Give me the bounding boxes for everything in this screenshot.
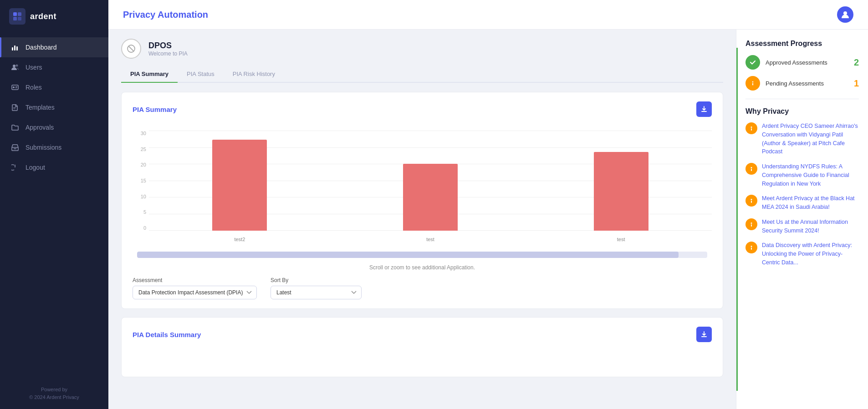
svg-rect-20 (701, 111, 707, 112)
svg-rect-0 (13, 12, 17, 16)
logo-text: ardent (30, 12, 56, 21)
user-avatar[interactable] (837, 6, 853, 23)
svg-point-24 (751, 126, 752, 128)
news-icon-5 (745, 242, 757, 253)
news-icon-3 (745, 195, 757, 207)
svg-rect-27 (751, 169, 752, 171)
svg-rect-14 (13, 109, 15, 109)
bar-group-test2 (158, 140, 322, 231)
tab-pia-status[interactable]: PIA Status (178, 66, 224, 82)
sidebar-item-label-submissions: Submissions (26, 144, 61, 151)
approved-assessment-item: Approved Assessments 2 (745, 55, 859, 70)
approved-label: Approved Assessments (766, 59, 848, 66)
news-link-5[interactable]: Data Discovery with Ardent Privacy: Unlo… (762, 241, 859, 267)
svg-rect-33 (751, 247, 752, 250)
power-icon (11, 163, 19, 172)
users-icon (11, 63, 19, 71)
sidebar: ardent Dashboard Users (0, 0, 108, 409)
pia-summary-download-button[interactable] (696, 101, 712, 117)
approved-count: 2 (854, 57, 859, 68)
svg-point-28 (751, 199, 752, 200)
news-item-4: Meet Us at the Annual Information Securi… (745, 218, 859, 235)
news-item-2: Understanding NYDFS Rules: A Comprehensi… (745, 162, 859, 188)
sidebar-item-templates[interactable]: Templates (0, 97, 108, 117)
y-label-20: 20 (133, 162, 149, 167)
folder-icon (11, 123, 19, 131)
sidebar-item-label-dashboard: Dashboard (26, 44, 57, 51)
svg-point-8 (16, 65, 18, 67)
pia-chart: 0 5 10 15 20 25 30 (133, 124, 712, 252)
sidebar-item-approvals[interactable]: Approvals (0, 117, 108, 137)
bar-group-test3 (539, 152, 703, 231)
y-label-25: 25 (133, 146, 149, 152)
dpos-icon (121, 39, 141, 59)
sidebar-item-submissions[interactable]: Submissions (0, 137, 108, 157)
y-label-15: 15 (133, 178, 149, 183)
sidebar-item-roles[interactable]: Roles (0, 77, 108, 97)
chart-scrollbar[interactable] (137, 252, 707, 258)
sort-control-group: Sort By Latest Oldest Alphabetical (271, 277, 362, 299)
page-title: Privacy Automation (123, 10, 208, 20)
assessment-select[interactable]: Data Protection Impact Assessment (DPIA) (133, 286, 257, 299)
svg-rect-3 (18, 17, 21, 20)
pending-icon (745, 76, 760, 91)
y-label-0: 0 (133, 225, 149, 231)
sidebar-item-logout[interactable]: Logout (0, 157, 108, 177)
svg-rect-31 (751, 224, 752, 227)
tab-pia-risk-history[interactable]: PIA Risk History (224, 66, 284, 82)
bar-test2 (212, 140, 267, 231)
svg-rect-25 (751, 128, 752, 131)
top-header: Privacy Automation (108, 0, 868, 30)
sidebar-item-label-roles: Roles (26, 84, 42, 91)
sort-select[interactable]: Latest Oldest Alphabetical (271, 286, 362, 299)
y-label-5: 5 (133, 209, 149, 215)
center-panel: DPOS Welcome to PIA PIA Summary PIA Stat… (108, 30, 736, 409)
sidebar-item-users[interactable]: Users (0, 57, 108, 77)
news-link-4[interactable]: Meet Us at the Annual Information Securi… (762, 218, 859, 235)
svg-point-32 (751, 246, 752, 247)
bar-label-test2: test2 (234, 237, 245, 242)
pending-count: 1 (854, 78, 859, 89)
svg-point-22 (752, 81, 754, 83)
bar-chart-icon (11, 43, 19, 51)
svg-point-10 (13, 86, 15, 88)
news-link-2[interactable]: Understanding NYDFS Rules: A Comprehensi… (762, 162, 859, 188)
footer-line2: © 2024 Ardent Privacy (9, 394, 99, 402)
news-icon-1 (745, 122, 757, 134)
pia-details-card: PIA Details Summary (121, 317, 723, 377)
bar-label-test1: test (426, 237, 434, 242)
sidebar-item-dashboard[interactable]: Dashboard (0, 37, 108, 57)
dpos-subtitle: Welcome to PIA (148, 50, 188, 57)
right-panel: Assessment Progress Approved Assessments… (736, 30, 868, 409)
pending-assessment-item: Pending Assessments 1 (745, 76, 859, 91)
sidebar-item-label-users: Users (26, 64, 42, 71)
y-label-10: 10 (133, 194, 149, 199)
svg-rect-12 (15, 88, 17, 89)
svg-rect-2 (13, 17, 17, 20)
bar-test3 (594, 152, 648, 231)
svg-rect-11 (15, 86, 17, 87)
news-link-1[interactable]: Ardent Privacy CEO Sameer Ahirrao's Conv… (762, 122, 859, 156)
assessment-control-group: Assessment Data Protection Impact Assess… (133, 277, 257, 299)
divider (745, 99, 859, 99)
pia-summary-card: PIA Summary 0 5 (121, 92, 723, 309)
news-item-5: Data Discovery with Ardent Privacy: Unlo… (745, 241, 859, 267)
svg-rect-4 (12, 47, 13, 50)
sidebar-item-label-approvals: Approvals (26, 124, 54, 131)
assessment-progress-title: Assessment Progress (745, 40, 859, 48)
svg-point-26 (751, 167, 752, 168)
svg-rect-6 (16, 46, 18, 50)
svg-rect-29 (751, 201, 752, 203)
pia-details-download-button[interactable] (696, 327, 712, 342)
news-item-3: Meet Ardent Privacy at the Black Hat MEA… (745, 194, 859, 212)
svg-rect-23 (752, 83, 753, 86)
svg-rect-21 (701, 336, 707, 337)
sidebar-nav: Dashboard Users (0, 33, 108, 379)
scroll-hint-text: Scroll or zoom to see additional Applica… (133, 264, 712, 271)
content-area: DPOS Welcome to PIA PIA Summary PIA Stat… (108, 30, 868, 409)
sort-control-label: Sort By (271, 277, 362, 283)
dpos-info: DPOS Welcome to PIA (148, 41, 188, 57)
svg-rect-5 (14, 45, 15, 50)
tab-pia-summary[interactable]: PIA Summary (121, 66, 178, 82)
news-link-3[interactable]: Meet Ardent Privacy at the Black Hat MEA… (762, 194, 859, 212)
